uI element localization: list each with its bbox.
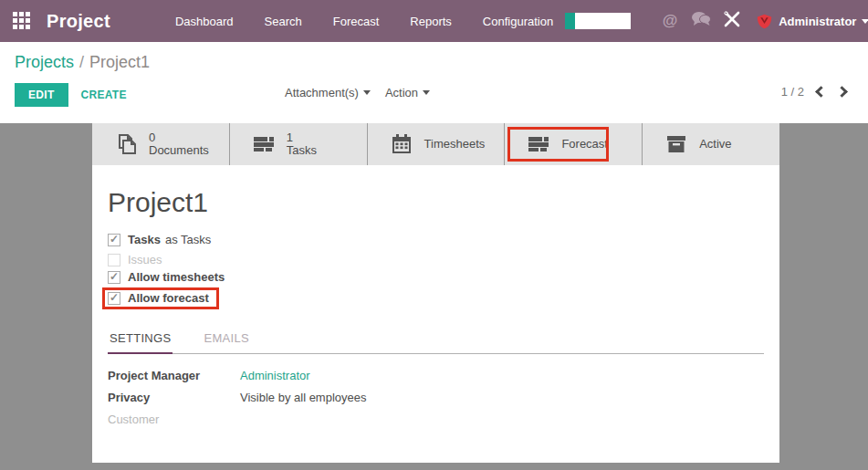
archive-icon bbox=[664, 132, 688, 156]
main-area: 0 Documents 1 Tasks Timeshe bbox=[0, 123, 868, 470]
apps-grid-icon[interactable] bbox=[13, 12, 30, 30]
menu-item-configuration[interactable]: Configuration bbox=[471, 9, 565, 34]
planner-progress-bar[interactable] bbox=[565, 13, 631, 29]
tasks-checkbox[interactable] bbox=[108, 234, 120, 246]
field-privacy: Privacy Visible by all employees bbox=[108, 391, 764, 404]
settings-fields: Project Manager Administrator Privacy Vi… bbox=[108, 369, 764, 426]
checkbox-row-tasks: Tasks as Tasks bbox=[108, 233, 211, 246]
menu-item-dashboard[interactable]: Dashboard bbox=[163, 9, 246, 34]
mentions-icon[interactable]: @ bbox=[654, 12, 685, 30]
create-button[interactable]: CREATE bbox=[81, 89, 127, 101]
app-title: Project bbox=[47, 11, 110, 32]
tools-icon[interactable] bbox=[716, 11, 748, 31]
attachments-dropdown[interactable]: Attachment(s) bbox=[285, 86, 371, 99]
user-name: Administrator bbox=[779, 15, 856, 28]
stat-button-documents[interactable]: 0 Documents bbox=[92, 123, 230, 165]
control-panel-actions: EDIT CREATE Attachment(s) Action 1 / 2 bbox=[15, 83, 853, 107]
pager-previous-icon[interactable] bbox=[815, 86, 827, 98]
tasks-icon bbox=[252, 132, 276, 156]
tasks-count: 1 bbox=[287, 131, 317, 144]
forecast-icon bbox=[527, 132, 550, 156]
field-customer: Customer bbox=[108, 413, 764, 426]
tasks-label: Tasks bbox=[287, 144, 317, 157]
field-project-manager: Project Manager Administrator bbox=[108, 369, 764, 382]
form-sheet: Project1 Tasks as Tasks Issues Allow tim… bbox=[92, 165, 779, 463]
form-sheet-wrap: 0 Documents 1 Tasks Timeshe bbox=[92, 123, 779, 463]
stat-button-forecast[interactable]: Forecast bbox=[505, 123, 643, 165]
user-avatar-icon bbox=[757, 14, 772, 29]
pager-value: 1 / 2 bbox=[781, 85, 804, 99]
breadcrumb: Projects/Project1 bbox=[15, 53, 853, 72]
menu-item-forecast[interactable]: Forecast bbox=[321, 9, 392, 34]
forecast-label: Forecast bbox=[561, 138, 608, 151]
edit-button[interactable]: EDIT bbox=[15, 83, 68, 107]
checkbox-row-allow-forecast: Allow forecast bbox=[102, 287, 219, 309]
planner-progress-fill bbox=[565, 13, 575, 29]
tab-settings[interactable]: SETTINGS bbox=[108, 326, 173, 354]
notebook-tabs: SETTINGS EMAILS bbox=[108, 326, 764, 354]
documents-label: Documents bbox=[149, 144, 209, 157]
stat-button-timesheets[interactable]: Timesheets bbox=[368, 123, 506, 165]
messages-icon[interactable] bbox=[685, 11, 716, 31]
chevron-down-icon bbox=[423, 90, 430, 95]
breadcrumb-separator: / bbox=[79, 53, 84, 71]
breadcrumb-current: Project1 bbox=[89, 53, 150, 71]
tab-emails[interactable]: EMAILS bbox=[202, 326, 250, 353]
systray: @ Administrator bbox=[565, 11, 868, 31]
project-manager-link[interactable]: Administrator bbox=[240, 369, 310, 382]
action-dropdown[interactable]: Action bbox=[385, 86, 430, 99]
chevron-down-icon bbox=[862, 19, 868, 24]
issues-checkbox[interactable] bbox=[108, 254, 120, 266]
main-menu: Dashboard Search Forecast Reports Config… bbox=[163, 9, 565, 34]
checkbox-row-allow-timesheets: Allow timesheets bbox=[108, 270, 225, 284]
project-title: Project1 bbox=[108, 187, 764, 218]
chevron-down-icon bbox=[363, 90, 371, 95]
timesheets-label: Timesheets bbox=[424, 138, 486, 151]
top-navbar: Project Dashboard Search Forecast Report… bbox=[0, 0, 868, 42]
stat-button-strip: 0 Documents 1 Tasks Timeshe bbox=[92, 123, 779, 165]
allow-timesheets-checkbox[interactable] bbox=[108, 271, 120, 284]
pager-next-icon[interactable] bbox=[836, 86, 848, 98]
menu-item-reports[interactable]: Reports bbox=[398, 9, 464, 34]
stat-button-tasks[interactable]: 1 Tasks bbox=[230, 123, 368, 165]
active-label: Active bbox=[699, 138, 731, 151]
documents-icon bbox=[114, 132, 138, 156]
allow-forecast-checkbox[interactable] bbox=[108, 292, 120, 305]
pager: 1 / 2 bbox=[781, 85, 846, 99]
stat-button-active[interactable]: Active bbox=[643, 123, 779, 165]
documents-count: 0 bbox=[149, 131, 209, 144]
menu-item-search[interactable]: Search bbox=[253, 9, 314, 34]
user-menu[interactable]: Administrator bbox=[757, 14, 868, 29]
breadcrumb-projects[interactable]: Projects bbox=[15, 53, 74, 71]
calendar-icon bbox=[390, 132, 413, 156]
control-panel: Projects/Project1 EDIT CREATE Attachment… bbox=[0, 42, 868, 115]
sidebar-dropdowns: Attachment(s) Action bbox=[285, 86, 430, 99]
privacy-value: Visible by all employees bbox=[240, 391, 367, 404]
checkbox-row-issues: Issues bbox=[108, 253, 162, 266]
